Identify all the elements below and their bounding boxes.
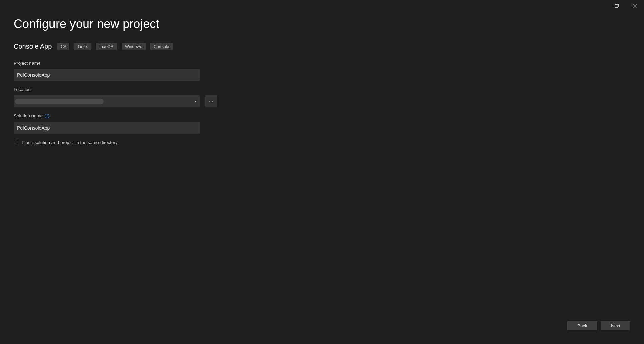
info-icon[interactable]: i <box>45 114 49 118</box>
location-combobox[interactable]: ▼ <box>14 95 200 107</box>
location-label: Location <box>14 87 630 92</box>
project-name-input[interactable] <box>14 69 200 81</box>
solution-name-field: Solution name i <box>14 113 630 134</box>
location-field: Location ▼ ... <box>14 87 630 107</box>
chevron-down-icon: ▼ <box>194 100 197 103</box>
solution-name-label: Solution name i <box>14 113 630 118</box>
template-tag: Windows <box>122 43 146 50</box>
project-name-label: Project name <box>14 61 630 66</box>
template-name: Console App <box>14 43 52 50</box>
maximize-icon[interactable] <box>611 2 622 9</box>
template-header: Console App C# Linux macOS Windows Conso… <box>14 43 630 50</box>
template-tag: Linux <box>74 43 91 50</box>
template-tag: Console <box>150 43 173 50</box>
main-content: Configure your new project Console App C… <box>14 14 630 317</box>
same-directory-row: Place solution and project in the same d… <box>14 140 630 145</box>
same-directory-checkbox[interactable] <box>14 140 19 145</box>
browse-location-button[interactable]: ... <box>205 95 217 107</box>
same-directory-label: Place solution and project in the same d… <box>22 140 118 145</box>
page-title: Configure your new project <box>14 17 630 31</box>
close-icon[interactable] <box>629 2 641 9</box>
footer-nav: Back Next <box>567 321 630 330</box>
solution-name-label-text: Solution name <box>14 113 43 118</box>
project-name-field: Project name <box>14 61 630 81</box>
back-button[interactable]: Back <box>567 321 597 330</box>
template-tag: C# <box>57 43 69 50</box>
next-button[interactable]: Next <box>601 321 630 330</box>
template-tag: macOS <box>96 43 117 50</box>
svg-rect-1 <box>615 5 618 8</box>
solution-name-input[interactable] <box>14 122 200 134</box>
window-titlebar <box>611 0 644 10</box>
location-value-redacted <box>15 99 104 104</box>
